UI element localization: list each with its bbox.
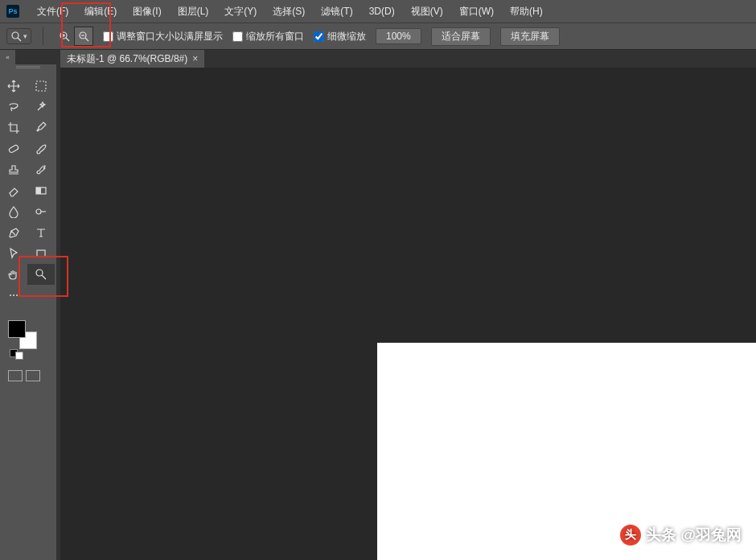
menu-file[interactable]: 文件(F): [29, 5, 76, 19]
type-icon: [35, 226, 47, 239]
menu-window[interactable]: 窗口(W): [451, 5, 502, 19]
zoom-in-icon: [59, 31, 70, 42]
fit-screen-button[interactable]: 适合屏幕: [431, 27, 491, 46]
more-tools[interactable]: [0, 285, 27, 306]
zoom-in-button[interactable]: [55, 27, 74, 46]
wand-icon: [35, 101, 47, 113]
svg-rect-10: [8, 144, 18, 153]
svg-line-1: [18, 38, 21, 41]
options-bar: ▾ 调整窗口大小以满屏显示 缩放所有窗口 细微缩放 100% 适合屏幕 填充屏幕: [0, 23, 756, 50]
crop-tool[interactable]: [0, 117, 27, 138]
watermark-text: 头条 @羽兔网: [646, 525, 742, 546]
zoom-mode-group: [55, 27, 93, 46]
svg-line-7: [85, 38, 88, 41]
gradient-icon: [35, 184, 47, 197]
menu-type[interactable]: 文字(Y): [216, 5, 265, 19]
magnifier-icon: [35, 268, 47, 281]
app-logo: Ps: [6, 5, 19, 18]
gradient-tool[interactable]: [27, 180, 55, 201]
default-colors[interactable]: [10, 349, 23, 360]
fine-zoom-input[interactable]: [314, 31, 324, 42]
stamp-icon: [7, 163, 20, 176]
move-tool[interactable]: [0, 76, 27, 97]
zoom-all-input[interactable]: [232, 31, 243, 42]
svg-point-18: [10, 294, 11, 296]
document-tab-title: 未标题-1 @ 66.7%(RGB/8#): [67, 52, 187, 66]
menu-view[interactable]: 视图(V): [403, 5, 451, 19]
separator: [43, 27, 43, 45]
zoom-tool[interactable]: [27, 264, 55, 285]
zoom-100-button[interactable]: 100%: [376, 28, 421, 44]
pen-icon: [7, 226, 20, 239]
collapse-handle[interactable]: «: [0, 50, 15, 64]
screen-mode-icon: [26, 370, 40, 381]
svg-rect-15: [37, 250, 45, 257]
clone-stamp-tool[interactable]: [0, 159, 27, 180]
menu-filter[interactable]: 滤镜(T): [313, 5, 360, 19]
crop-icon: [7, 121, 20, 134]
zoom-out-button[interactable]: [74, 27, 93, 46]
fine-zoom-label: 细微缩放: [327, 30, 366, 43]
arrow-icon: [7, 247, 20, 260]
bandage-icon: [7, 142, 20, 155]
color-swatches[interactable]: [0, 320, 56, 352]
blur-tool[interactable]: [0, 201, 27, 222]
dodge-tool[interactable]: [27, 201, 55, 222]
menu-select[interactable]: 选择(S): [265, 5, 313, 19]
quick-mask-toggle[interactable]: [0, 370, 56, 381]
resize-window-checkbox[interactable]: 调整窗口大小以满屏显示: [103, 30, 223, 43]
foreground-color[interactable]: [8, 320, 26, 338]
menu-help[interactable]: 帮助(H): [502, 5, 551, 19]
svg-line-3: [66, 38, 69, 41]
current-tool-indicator[interactable]: ▾: [6, 28, 31, 44]
menu-image[interactable]: 图像(I): [125, 5, 169, 19]
menu-bar: Ps 文件(F) 编辑(E) 图像(I) 图层(L) 文字(Y) 选择(S) 滤…: [0, 0, 756, 23]
eraser-icon: [7, 184, 20, 197]
svg-point-13: [36, 209, 41, 214]
brush-icon: [35, 142, 47, 155]
svg-rect-9: [36, 81, 46, 91]
history-brush-icon: [35, 163, 47, 176]
tools-panel: [0, 64, 56, 560]
drop-icon: [7, 205, 20, 218]
zoom-out-icon: [78, 31, 89, 42]
eraser-tool[interactable]: [0, 180, 27, 201]
menu-edit[interactable]: 编辑(E): [76, 5, 125, 19]
close-icon[interactable]: ×: [192, 54, 198, 64]
path-select-tool[interactable]: [0, 243, 27, 264]
dodge-icon: [35, 205, 47, 218]
fine-zoom-checkbox[interactable]: 细微缩放: [314, 30, 366, 43]
standard-mode-icon: [8, 370, 23, 381]
marquee-tool[interactable]: [27, 76, 55, 97]
resize-window-input[interactable]: [103, 31, 113, 42]
svg-point-20: [16, 294, 18, 296]
chevron-down-icon: ▾: [23, 32, 27, 40]
marquee-icon: [35, 80, 47, 93]
pen-tool[interactable]: [0, 222, 27, 243]
panel-grip[interactable]: [16, 66, 40, 69]
shape-tool[interactable]: [27, 243, 55, 264]
type-tool[interactable]: [27, 222, 55, 243]
resize-window-label: 调整窗口大小以满屏显示: [117, 30, 223, 43]
svg-point-0: [12, 32, 18, 39]
history-brush-tool[interactable]: [27, 159, 55, 180]
menu-layer[interactable]: 图层(L): [170, 5, 217, 19]
watermark: 头 头条 @羽兔网: [620, 525, 742, 546]
lasso-tool[interactable]: [0, 97, 27, 117]
zoom-all-label: 缩放所有窗口: [246, 30, 304, 43]
magnifier-icon: [10, 31, 22, 42]
document-tab[interactable]: 未标题-1 @ 66.7%(RGB/8#) ×: [60, 50, 204, 68]
eyedropper-tool[interactable]: [27, 117, 55, 138]
healing-brush-tool[interactable]: [0, 138, 27, 159]
rectangle-icon: [35, 247, 47, 260]
brush-tool[interactable]: [27, 138, 55, 159]
magic-wand-tool[interactable]: [27, 97, 55, 117]
svg-point-19: [13, 294, 14, 296]
workspace: [60, 68, 756, 560]
move-icon: [7, 80, 20, 93]
menu-3d[interactable]: 3D(D): [361, 6, 403, 17]
zoom-all-checkbox[interactable]: 缩放所有窗口: [232, 30, 304, 43]
hand-tool[interactable]: [0, 264, 27, 285]
fill-screen-button[interactable]: 填充屏幕: [500, 27, 560, 46]
svg-rect-12: [36, 187, 41, 194]
